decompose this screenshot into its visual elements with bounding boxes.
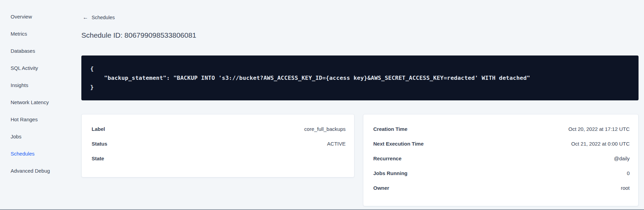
row-label: Label — [92, 126, 105, 132]
back-link-label: Schedules — [92, 15, 115, 20]
back-to-schedules-link[interactable]: ← Schedules — [83, 15, 115, 20]
sidebar: Overview Metrics Databases SQL Activity … — [0, 8, 68, 179]
sidebar-item-databases[interactable]: Databases — [0, 42, 68, 59]
row-label: State — [92, 156, 104, 161]
back-arrow-icon: ← — [83, 15, 88, 20]
card-row-jobs-running: Jobs Running 0 — [363, 166, 638, 181]
sidebar-item-network-latency[interactable]: Network Latency — [0, 94, 68, 111]
backup-statement-code-block: { "backup_statement": "BACKUP INTO 's3:/… — [81, 55, 639, 100]
schedule-timing-card: Creation Time Oct 20, 2022 at 17:12 UTC … — [363, 114, 639, 206]
row-value: @daily — [614, 156, 630, 161]
row-value: ACTIVE — [327, 141, 346, 147]
schedule-status-card: Label core_full_backups Status ACTIVE St… — [81, 114, 354, 177]
code-line: "backup_statement": "BACKUP INTO 's3://b… — [90, 73, 632, 83]
card-row-next-execution-time: Next Execution Time Oct 21, 2022 at 0:00… — [363, 136, 638, 151]
row-value: root — [621, 185, 630, 191]
row-value: 0 — [627, 170, 630, 176]
row-label: Owner — [373, 185, 389, 191]
card-row-owner: Owner root — [363, 181, 638, 195]
row-label: Next Execution Time — [373, 141, 424, 147]
sidebar-item-insights[interactable]: Insights — [0, 76, 68, 94]
page-title: Schedule ID: 806799098533806081 — [81, 31, 196, 39]
code-line: { — [90, 64, 632, 73]
sidebar-item-hot-ranges[interactable]: Hot Ranges — [0, 111, 68, 128]
card-row-recurrence: Recurrence @daily — [363, 151, 638, 166]
sidebar-item-overview[interactable]: Overview — [0, 8, 68, 25]
sidebar-item-jobs[interactable]: Jobs — [0, 128, 68, 145]
card-row-state: State — [82, 151, 354, 166]
row-value: core_full_backups — [304, 126, 346, 132]
card-row-label: Label core_full_backups — [82, 122, 354, 136]
code-line: } — [90, 83, 632, 92]
row-label: Recurrence — [373, 156, 402, 161]
row-label: Creation Time — [373, 126, 407, 132]
card-row-status: Status ACTIVE — [82, 136, 354, 151]
row-label: Status — [92, 141, 107, 147]
row-label: Jobs Running — [373, 170, 407, 176]
sidebar-item-schedules[interactable]: Schedules — [0, 145, 68, 162]
row-value: Oct 21, 2022 at 0:00 UTC — [571, 141, 630, 147]
sidebar-item-sql-activity[interactable]: SQL Activity — [0, 59, 68, 76]
row-value: Oct 20, 2022 at 17:12 UTC — [568, 126, 630, 132]
sidebar-item-metrics[interactable]: Metrics — [0, 25, 68, 42]
card-row-creation-time: Creation Time Oct 20, 2022 at 17:12 UTC — [363, 122, 638, 136]
main-content: ← Schedules Schedule ID: 806799098533806… — [81, 0, 639, 210]
sidebar-item-advanced-debug[interactable]: Advanced Debug — [0, 162, 68, 179]
